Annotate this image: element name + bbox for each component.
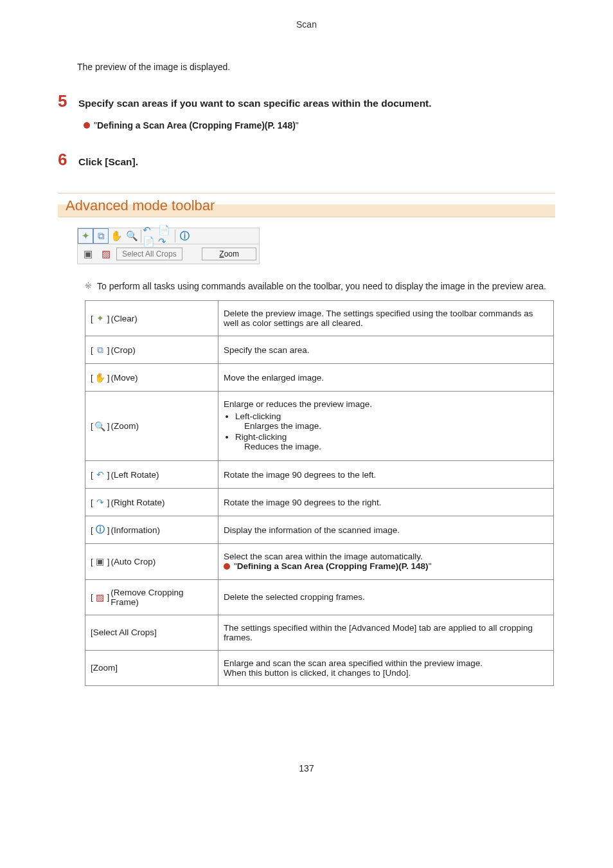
left-rotate-icon[interactable]: ↶📄 <box>143 228 158 244</box>
select-all-crops-button[interactable]: Select All Crops <box>116 248 182 260</box>
clear-icon: ✦ <box>94 312 106 324</box>
remcrop-desc: Delete the selected cropping frames. <box>218 579 554 615</box>
step-6-number: 6 <box>58 150 76 170</box>
autocrop-link[interactable]: " Defining a Scan Area (Cropping Frame)(… <box>224 561 431 571</box>
crop-icon[interactable]: ⧉ <box>93 228 109 244</box>
rrot-desc: Rotate the image 90 degrees to the right… <box>218 489 554 516</box>
zoom-icon[interactable]: 🔍 <box>124 228 139 244</box>
bullet-icon <box>224 563 230 570</box>
info-icon[interactable]: ⓘ <box>177 228 192 244</box>
zoombtn-desc: Enlarge and scan the scan area specified… <box>218 650 554 685</box>
page-number: 137 <box>58 763 555 773</box>
info-desc: Display the information of the scanned i… <box>218 516 554 544</box>
clear-desc: Delete the preview image. The settings s… <box>218 301 554 336</box>
section-title: Advanced mode toolbar <box>66 197 547 214</box>
note-marker-icon: ※ <box>85 281 92 291</box>
right-rotate-icon[interactable]: 📄↷ <box>158 228 173 244</box>
toolbar-figure: ✦ ⧉ ✋ 🔍 ↶📄 📄↷ ⓘ ▣ ▨ Select All Crops Zoo… <box>77 228 260 264</box>
remove-crop-icon: ▨ <box>94 592 106 603</box>
auto-crop-icon: ▣ <box>94 556 106 567</box>
zoom-icon: 🔍 <box>94 420 106 432</box>
auto-crop-icon[interactable]: ▣ <box>80 246 96 262</box>
clear-icon[interactable]: ✦ <box>78 228 93 244</box>
move-desc: Move the enlarged image. <box>218 364 554 392</box>
zoom-button[interactable]: Zoom <box>202 248 256 260</box>
remove-crop-icon[interactable]: ▨ <box>98 246 114 262</box>
zoombtn-label: [Zoom] <box>85 650 218 685</box>
scan-area-link-text: Defining a Scan Area (Cropping Frame)(P.… <box>97 120 296 131</box>
right-rotate-icon: ↷ <box>94 496 106 508</box>
select-all-desc: The settings specified within the [Advan… <box>218 615 554 650</box>
move-icon[interactable]: ✋ <box>109 228 124 244</box>
scan-area-link[interactable]: " Defining a Scan Area (Cropping Frame)(… <box>84 120 555 131</box>
toolbar-note: To perform all tasks using commands avai… <box>97 281 546 291</box>
toolbar-table: [ ✦ ] (Clear) Delete the preview image. … <box>85 300 554 686</box>
info-icon: ⓘ <box>94 524 106 536</box>
step-5-title: Specify scan areas if you want to scan s… <box>78 98 432 109</box>
left-rotate-icon: ↶ <box>94 469 106 480</box>
crop-icon: ⧉ <box>94 344 106 356</box>
select-all-label: [Select All Crops] <box>85 615 218 650</box>
lrot-desc: Rotate the image 90 degrees to the left. <box>218 461 554 489</box>
bullet-icon <box>84 122 90 129</box>
step-6-title: Click [Scan]. <box>78 156 138 168</box>
autocrop-desc: Select the scan area within the image au… <box>218 544 554 580</box>
intro-text: The preview of the image is displayed. <box>77 62 555 72</box>
step-5-number: 5 <box>58 91 76 111</box>
move-icon: ✋ <box>94 372 106 383</box>
zoom-desc: Enlarge or reduces the preview image. Le… <box>218 392 554 461</box>
page-header: Scan <box>58 19 555 30</box>
crop-desc: Specify the scan area. <box>218 336 554 364</box>
link-suffix-quote: " <box>296 120 299 131</box>
